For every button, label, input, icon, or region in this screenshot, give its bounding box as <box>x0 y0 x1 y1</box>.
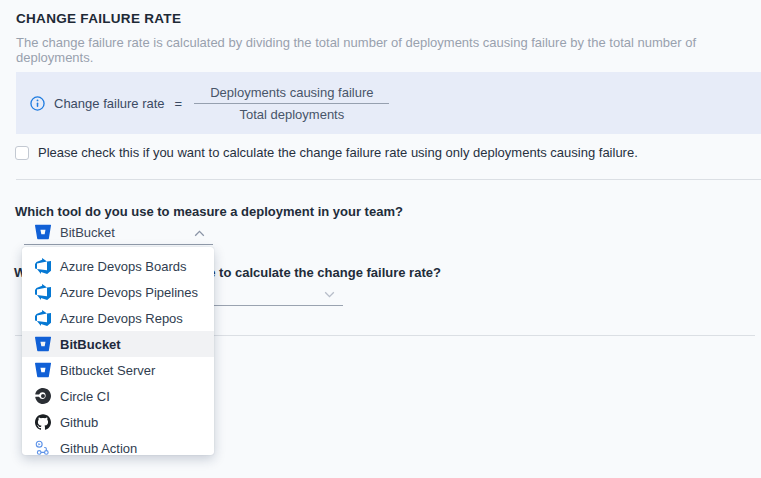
chevron-up-icon[interactable] <box>194 230 205 237</box>
dropdown-item-label: BitBucket <box>60 337 121 352</box>
dropdown-item-azure-devops-repos[interactable]: Azure Devops Repos <box>22 305 214 331</box>
dropdown-item-label: Azure Devops Repos <box>60 311 183 326</box>
github-icon <box>35 414 51 430</box>
equals-sign: = <box>175 96 183 111</box>
deployment-tool-question: Which tool do you use to measure a deplo… <box>15 204 403 219</box>
dropdown-item-github[interactable]: Github <box>22 409 214 435</box>
deployment-tool-selected-value: BitBucket <box>60 225 115 240</box>
dropdown-item-label: Circle CI <box>60 389 110 404</box>
formula-numerator: Deployments causing failure <box>194 85 389 104</box>
azure-devops-icon <box>35 258 51 274</box>
circleci-icon <box>35 388 51 404</box>
dropdown-item-label: Azure Devops Boards <box>60 259 186 274</box>
dropdown-item-label: Github <box>60 415 98 430</box>
dropdown-item-azure-devops-pipelines[interactable]: Azure Devops Pipelines <box>22 279 214 305</box>
github-action-icon <box>35 440 51 455</box>
section-divider-top <box>16 179 761 180</box>
azure-devops-icon <box>35 284 51 300</box>
bitbucket-icon <box>35 224 51 240</box>
bitbucket-icon <box>35 362 51 378</box>
azure-devops-icon <box>35 310 51 326</box>
info-icon <box>30 96 45 111</box>
tool-dropdown-menu: Azure Devops Boards Azure Devops Pipelin… <box>22 247 214 455</box>
formula-banner: Change failure rate = Deployments causin… <box>16 72 761 134</box>
only-failures-checkbox-label: Please check this if you want to calcula… <box>38 145 638 160</box>
dropdown-item-label: Azure Devops Pipelines <box>60 285 198 300</box>
deployment-tool-select[interactable]: BitBucket <box>24 221 213 245</box>
dropdown-item-bitbucket[interactable]: BitBucket <box>22 331 214 357</box>
only-failures-checkbox[interactable] <box>15 146 29 160</box>
dropdown-item-circle-ci[interactable]: Circle CI <box>22 383 214 409</box>
dropdown-item-github-action[interactable]: Github Action <box>22 435 214 455</box>
dropdown-item-bitbucket-server[interactable]: Bitbucket Server <box>22 357 214 383</box>
chevron-down-icon[interactable] <box>324 291 335 298</box>
page-title: CHANGE FAILURE RATE <box>16 11 181 26</box>
dropdown-item-label: Github Action <box>60 441 137 456</box>
bitbucket-icon <box>35 336 51 352</box>
formula-label: Change failure rate <box>54 96 165 111</box>
dropdown-item-label: Bitbucket Server <box>60 363 155 378</box>
formula-fraction: Deployments causing failure Total deploy… <box>194 85 389 122</box>
formula-denominator: Total deployments <box>239 104 344 122</box>
dropdown-item-azure-devops-boards[interactable]: Azure Devops Boards <box>22 253 214 279</box>
page-description: The change failure rate is calculated by… <box>16 35 741 65</box>
only-failures-checkbox-row[interactable]: Please check this if you want to calcula… <box>15 145 751 160</box>
